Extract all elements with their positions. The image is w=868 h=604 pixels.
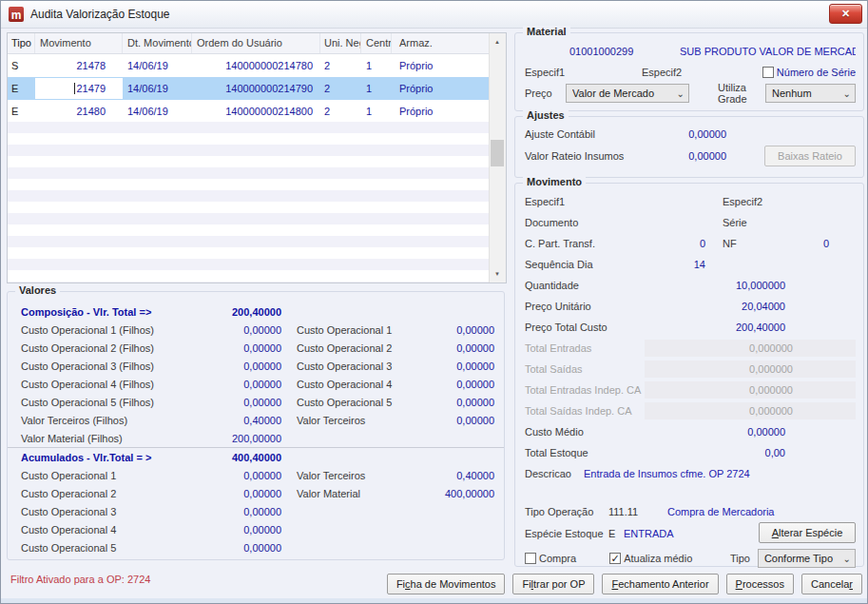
row-value-2: 0,00000 xyxy=(439,360,496,372)
grid-row[interactable]: E 21480 14/06/19 140000000214800 2 1 Pró… xyxy=(8,100,506,123)
especif1-label: Especif1 xyxy=(525,196,648,207)
nf-value: 0 xyxy=(787,238,856,249)
nf-label: NF xyxy=(723,238,787,249)
row-value: 0,40000 xyxy=(222,415,281,426)
dialog-audita-valorizacao-estoque: Audita Valorização Estoque ✕ Tipo Movime… xyxy=(0,0,868,604)
movimento-options-row: Compra Atualiza médio Tipo Conforme Tipo… xyxy=(515,547,863,570)
valores-row: Custo Operacional 3 0,00000 xyxy=(8,502,504,520)
total-entradas-value: 0,000000 xyxy=(645,340,856,357)
atualiza-medio-checkbox[interactable]: Atualiza médio xyxy=(609,553,730,564)
app-logo-icon xyxy=(9,7,24,22)
grid-row[interactable]: S 21478 14/06/19 140000000214780 2 1 Pró… xyxy=(8,54,506,77)
material-name: SUB PRODUTO VALOR DE MERCADO xyxy=(680,46,856,57)
valores-row: Custo Operacional 4 0,00000 xyxy=(8,520,504,538)
row-value: 0,00000 xyxy=(222,506,281,517)
checkbox-unchecked-icon xyxy=(762,67,774,78)
cell-ordem: 140000000214780 xyxy=(192,60,320,71)
utiliza-grade-dropdown[interactable]: Nenhum ⌄ xyxy=(765,84,856,103)
checkbox-unchecked-icon xyxy=(525,553,536,564)
movimento-row: Total Estoque 0,00 xyxy=(515,442,863,463)
cell-tipo: E xyxy=(8,83,35,94)
cell-dt-movimento: 14/06/19 xyxy=(123,60,192,71)
c-part-transf-label: C. Part. Transf. xyxy=(525,238,648,249)
movimento-row: Preço Total Custo 200,40000 xyxy=(515,317,863,338)
button-accel: P xyxy=(736,578,743,590)
numero-de-serie-label: Número de Série xyxy=(777,67,856,78)
cell-tipo: E xyxy=(8,106,35,117)
ajustes-caption: Ajustes xyxy=(523,109,569,121)
valores-row: Custo Operacional 5 0,00000 xyxy=(8,538,504,556)
valores-row: Custo Operacional 5 (Filhos) 0,00000 Cus… xyxy=(8,393,504,411)
row-label: Custo Operacional 3 xyxy=(21,506,222,517)
preco-total-custo-label: Preço Total Custo xyxy=(525,321,694,333)
grid-row-selected[interactable]: E 21479 14/06/19 140000000214790 2 1 Pró… xyxy=(8,77,506,100)
cell-uni-neg: 2 xyxy=(320,60,361,71)
preco-unitario-value: 20,04000 xyxy=(694,301,856,312)
col-header-armaz: Armaz. xyxy=(392,33,492,53)
row-label: Valor Material (Filhos) xyxy=(21,433,222,444)
row-label: Custo Operacional 2 (Filhos) xyxy=(21,342,222,354)
numero-de-serie-checkbox[interactable]: Número de Série xyxy=(762,67,856,78)
compra-checkbox[interactable]: Compra xyxy=(525,553,609,564)
row-value: 400,40000 xyxy=(222,452,281,463)
movimento-row: Preço Unitário 20,04000 xyxy=(515,296,863,317)
cell-dt-movimento: 14/06/19 xyxy=(123,83,192,94)
movimento-row: C. Part. Transf. 0 NF 0 xyxy=(515,233,863,254)
processos-button[interactable]: Processos xyxy=(726,574,794,594)
cell-movimento-editing[interactable]: 21479 xyxy=(35,78,123,99)
filtrar-por-op-button[interactable]: Filtrar por OP xyxy=(512,574,594,594)
row-value-2: 0,00000 xyxy=(439,324,496,336)
total-entradas-label: Total Entradas xyxy=(525,342,645,354)
row-value: 0,00000 xyxy=(222,360,281,372)
scrollbar-thumb[interactable] xyxy=(491,140,504,166)
row-value: 0,00000 xyxy=(222,397,281,408)
tipo-operacao-label: Tipo Operação xyxy=(525,506,608,517)
scroll-up-icon[interactable]: ▲ xyxy=(490,34,505,49)
col-header-tipo: Tipo xyxy=(8,33,35,53)
text-caret xyxy=(74,83,75,94)
cell-ordem: 140000000214800 xyxy=(192,106,320,117)
c-part-transf-value: 0 xyxy=(648,238,705,249)
col-header-uni-neg: Uni. Neg. xyxy=(320,33,361,53)
grid-vertical-scrollbar[interactable]: ▲ ▼ xyxy=(489,33,506,283)
row-value: 200,40000 xyxy=(222,306,281,318)
footer-buttons: Ficha de Movimentos Filtrar por OP Fecha… xyxy=(387,574,862,594)
movements-grid: Tipo Movimento Dt. Movimento Ordem do Us… xyxy=(7,32,507,283)
row-label-2: Valor Material xyxy=(297,488,439,499)
chevron-down-icon: ⌄ xyxy=(843,554,851,564)
button-label: Cancela xyxy=(811,578,849,590)
preco-total-custo-value: 200,40000 xyxy=(694,321,856,333)
atualiza-medio-label: Atualiza médio xyxy=(624,553,692,564)
baixas-rateio-button[interactable]: Baixas Rateio xyxy=(764,146,856,166)
chevron-down-icon: ⌄ xyxy=(677,88,685,99)
scroll-down-icon[interactable]: ▼ xyxy=(490,266,505,282)
utiliza-grade-selected-value: Nenhum xyxy=(772,88,839,99)
row-label: Custo Operacional 5 xyxy=(21,542,222,554)
preco-dropdown[interactable]: Valor de Mercado ⌄ xyxy=(566,84,689,103)
cell-uni-neg: 2 xyxy=(320,83,361,94)
row-value-2: 400,00000 xyxy=(439,488,496,499)
fechamento-anterior-button[interactable]: Fechamento Anterior xyxy=(602,574,718,594)
ficha-de-movimentos-button[interactable]: Ficha de Movimentos xyxy=(387,574,506,594)
row-label-2: Custo Operacional 5 xyxy=(297,397,439,408)
serie-label: Série xyxy=(723,217,787,228)
cancelar-button[interactable]: Cancelar xyxy=(801,574,862,594)
tipo-label: Tipo xyxy=(730,553,758,564)
cell-tipo: S xyxy=(8,60,35,71)
row-value-2: 0,00000 xyxy=(439,379,496,390)
row-label: Valor Terceiros (Filhos) xyxy=(21,415,222,426)
alterar-especie-button[interactable]: Alterar Espécie xyxy=(759,522,856,543)
cell-movimento: 21478 xyxy=(35,60,123,71)
row-label: Custo Operacional 3 (Filhos) xyxy=(21,360,222,372)
descricao-label: Descricao xyxy=(525,468,584,479)
valores-row-acumulados: Acumulados - Vlr.Total = > 400,40000 xyxy=(8,447,504,466)
valores-row: Custo Operacional 2 (Filhos) 0,00000 Cus… xyxy=(8,339,504,357)
close-button[interactable]: ✕ xyxy=(829,4,862,24)
row-value: 200,00000 xyxy=(222,433,281,444)
valores-row: Custo Operacional 4 (Filhos) 0,00000 Cus… xyxy=(8,375,504,393)
checkbox-checked-icon xyxy=(609,553,621,564)
tipo-dropdown[interactable]: Conforme Tipo ⌄ xyxy=(758,549,856,568)
movimento-row-disabled: Total Entradas 0,000000 xyxy=(515,338,863,359)
valores-row: Valor Material (Filhos) 200,00000 xyxy=(8,429,504,447)
titlebar[interactable]: Audita Valorização Estoque ✕ xyxy=(1,1,867,29)
